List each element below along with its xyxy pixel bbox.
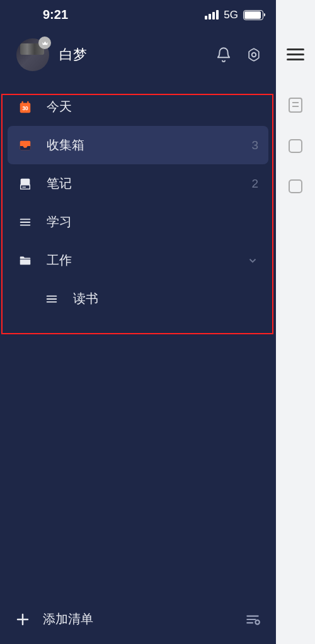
hamburger-icon[interactable] — [287, 45, 304, 64]
nav-notes[interactable]: 笔记 2 — [8, 164, 268, 203]
inbox-icon — [18, 138, 33, 153]
crown-badge-icon — [38, 37, 51, 49]
folder-icon — [18, 253, 33, 268]
chevron-down-icon — [247, 255, 258, 266]
nav-inbox[interactable]: 收集箱 3 — [8, 126, 268, 164]
calendar-icon: 30 — [18, 99, 33, 115]
nav-count: 2 — [251, 177, 258, 191]
checkbox-icon — [289, 139, 302, 153]
task-item[interactable] — [289, 98, 302, 113]
sort-settings-icon[interactable] — [244, 611, 261, 628]
svg-rect-8 — [22, 186, 26, 187]
network-label: 5G — [224, 9, 238, 21]
add-list-button[interactable]: 添加清单 — [43, 611, 244, 628]
status-time: 9:21 — [43, 8, 68, 22]
username: 白梦 — [59, 45, 87, 64]
gear-icon[interactable] — [246, 47, 262, 63]
plus-icon[interactable] — [15, 612, 30, 627]
checkbox-icon — [289, 179, 302, 193]
nav-list: 30 今天 收集箱 3 — [0, 82, 276, 601]
header-actions — [215, 47, 262, 63]
note-item-icon — [289, 98, 302, 113]
sidebar: 9:21 5G 白梦 — [0, 0, 276, 644]
nav-label: 今天 — [47, 98, 258, 115]
nav-label: 学习 — [47, 213, 258, 230]
bottom-bar: 添加清单 — [0, 601, 276, 644]
status-bar: 9:21 5G — [0, 0, 276, 27]
nav-today[interactable]: 30 今天 — [8, 88, 268, 126]
main-panel-peek — [276, 0, 315, 644]
avatar-container — [16, 38, 49, 71]
battery-icon — [243, 10, 263, 20]
list-icon — [44, 291, 59, 307]
nav-label: 笔记 — [47, 175, 251, 192]
nav-work[interactable]: 工作 — [8, 241, 268, 280]
svg-point-0 — [252, 53, 256, 57]
nav-label: 收集箱 — [47, 137, 251, 154]
bell-icon[interactable] — [215, 47, 232, 63]
task-item[interactable] — [289, 139, 302, 153]
nav-label: 读书 — [73, 290, 258, 307]
task-item[interactable] — [289, 179, 302, 193]
svg-rect-2 — [22, 101, 23, 104]
nav-count: 3 — [251, 138, 258, 152]
status-icons: 5G — [205, 9, 263, 21]
user-header[interactable]: 白梦 — [0, 27, 276, 82]
svg-rect-3 — [27, 101, 28, 104]
note-icon — [18, 176, 33, 191]
nav-label: 工作 — [47, 252, 247, 269]
svg-point-20 — [255, 620, 260, 624]
nav-study[interactable]: 学习 — [8, 203, 268, 241]
list-icon — [18, 215, 33, 230]
nav-reading[interactable]: 读书 — [8, 280, 268, 318]
signal-icon — [205, 10, 219, 20]
svg-text:30: 30 — [22, 105, 28, 111]
